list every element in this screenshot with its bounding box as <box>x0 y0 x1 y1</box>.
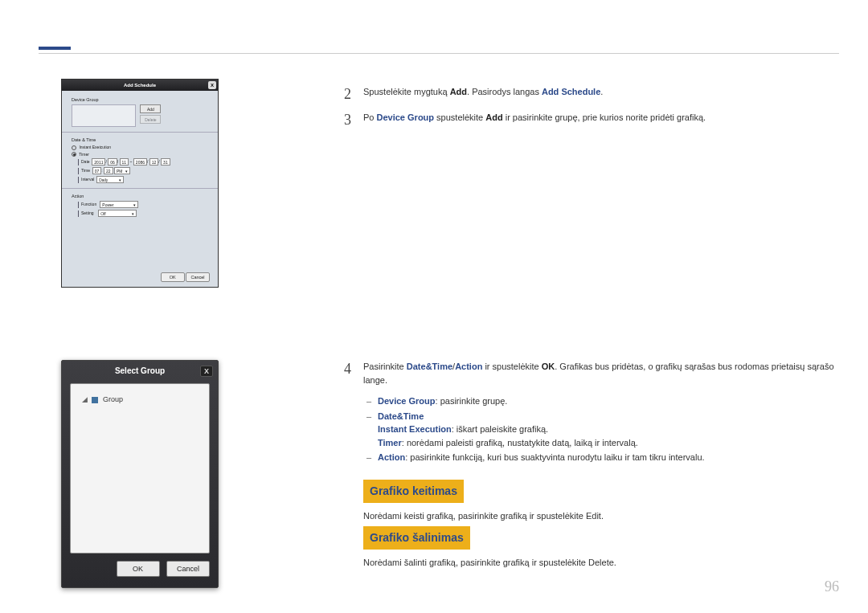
setting-label: Setting <box>81 210 94 215</box>
tree-root-label: Group <box>103 395 123 403</box>
bullet-list: Device Group: pasirinkite grupę. Date&Ti… <box>363 394 839 464</box>
instant-row[interactable]: Instant Exetcution <box>72 145 208 150</box>
folder-icon <box>92 397 98 403</box>
tree-root[interactable]: ◢ Group <box>71 384 209 415</box>
dialog-title-text: Select Group <box>115 366 165 375</box>
step-4: 4 Pasirinkite Date&Time/Action ir spuste… <box>363 360 839 466</box>
close-icon[interactable]: X <box>208 81 216 89</box>
step-number: 3 <box>344 109 351 131</box>
close-icon[interactable]: X <box>200 366 213 377</box>
horizontal-rule <box>39 53 839 54</box>
step-number: 4 <box>344 358 351 380</box>
step-2: 2 Spustelėkite mygtuką Add. Pasirodys la… <box>363 85 839 107</box>
expand-icon[interactable]: ◢ <box>82 395 88 403</box>
function-label: Function <box>81 202 96 206</box>
radio-icon[interactable] <box>72 145 76 150</box>
ampm-select[interactable]: PM <box>114 167 130 174</box>
cancel-button[interactable]: Cancel <box>186 272 210 282</box>
step-text: Po Device Group spustelėkite Add ir pasi… <box>363 111 839 125</box>
list-item: Date&Time Instant Execution: iškart pale… <box>378 410 839 450</box>
dialog-body: Device Group Add Delete Date & Time Inst… <box>62 91 218 225</box>
time-input[interactable]: 07 <box>92 167 102 174</box>
section-label-device-group: Device Group <box>72 97 208 102</box>
step-number: 2 <box>344 84 351 105</box>
date-input[interactable]: 12 <box>149 158 159 166</box>
date-input[interactable]: 06 <box>108 158 117 166</box>
date-row: Date 2011/ 06/ 11 ~ 2086/ 12/ 31 <box>72 158 208 166</box>
date-input[interactable]: 2011 <box>92 158 105 166</box>
section-text: Norėdami šalinti grafiką, pasirinkite gr… <box>363 556 839 570</box>
sub-item: Instant Execution: iškart paleiskite gra… <box>378 423 839 436</box>
function-select[interactable]: Power <box>100 201 138 208</box>
dialog-title: Add Schedule X <box>62 80 218 91</box>
ok-button[interactable]: OK <box>117 561 160 577</box>
ok-button[interactable]: OK <box>161 272 185 282</box>
sub-item: Timer: norėdami paleisti grafiką, nustat… <box>378 436 839 450</box>
device-group-list[interactable] <box>72 104 136 127</box>
figure-add-schedule: Add Schedule X Device Group Add Delete D… <box>61 79 219 288</box>
figure-select-group: Select Group X ◢ Group OK Cancel <box>61 360 219 588</box>
section-text: Norėdami keisti grafiką, pasirinkite gra… <box>363 509 839 523</box>
section-heading: Grafiko keitimas <box>363 480 464 503</box>
setting-row: Setting Off <box>72 210 208 217</box>
function-row: Function Power <box>72 201 208 208</box>
interval-select[interactable]: Daily <box>96 176 124 183</box>
date-input[interactable]: 11 <box>120 158 129 166</box>
interval-label: Interval <box>81 177 94 182</box>
list-item: Action: pasirinkite funkciją, kuri bus s… <box>378 451 839 464</box>
accent-bar <box>39 47 71 50</box>
add-button[interactable]: Add <box>140 104 161 113</box>
radio-icon[interactable] <box>72 152 76 157</box>
date-input[interactable]: 2086 <box>133 158 147 166</box>
interval-row: Interval Daily <box>72 176 208 183</box>
step-3: 3 Po Device Group spustelėkite Add ir pa… <box>363 111 839 133</box>
section-edit: Grafiko keitimas Norėdami keisti grafiką… <box>363 480 839 523</box>
list-item: Device Group: pasirinkite grupę. <box>378 394 839 408</box>
dialog-footer: OK Cancel <box>62 555 218 582</box>
time-input[interactable]: 22 <box>104 167 113 174</box>
time-row: Time 07: 22 PM <box>72 167 208 174</box>
cancel-button[interactable]: Cancel <box>166 561 210 577</box>
delete-button[interactable]: Delete <box>140 115 161 124</box>
section-label-action: Action <box>72 194 208 198</box>
date-sep: ~ <box>130 159 133 164</box>
page-number: 96 <box>825 578 839 595</box>
date-label: Date <box>81 159 90 164</box>
group-tree[interactable]: ◢ Group <box>70 383 210 554</box>
date-input[interactable]: 31 <box>161 158 170 166</box>
time-label: Time <box>81 168 90 173</box>
setting-select[interactable]: Off <box>98 210 137 217</box>
instant-label: Instant Exetcution <box>79 145 111 149</box>
dialog-footer: OK Cancel <box>161 272 210 282</box>
timer-label: Timer <box>79 152 89 157</box>
timer-row[interactable]: Timer <box>72 152 208 157</box>
device-group-buttons: Add Delete <box>140 104 161 125</box>
step-text: Pasirinkite Date&Time/Action ir spustelė… <box>363 360 839 386</box>
section-delete: Grafiko šalinimas Norėdami šalinti grafi… <box>363 526 839 570</box>
section-heading: Grafiko šalinimas <box>363 526 470 550</box>
step-text: Spustelėkite mygtuką Add. Pasirodys lang… <box>363 85 839 99</box>
section-label-datetime: Date & Time <box>72 137 208 142</box>
dialog-title: Select Group X <box>62 361 218 382</box>
dialog-title-text: Add Schedule <box>124 83 156 88</box>
